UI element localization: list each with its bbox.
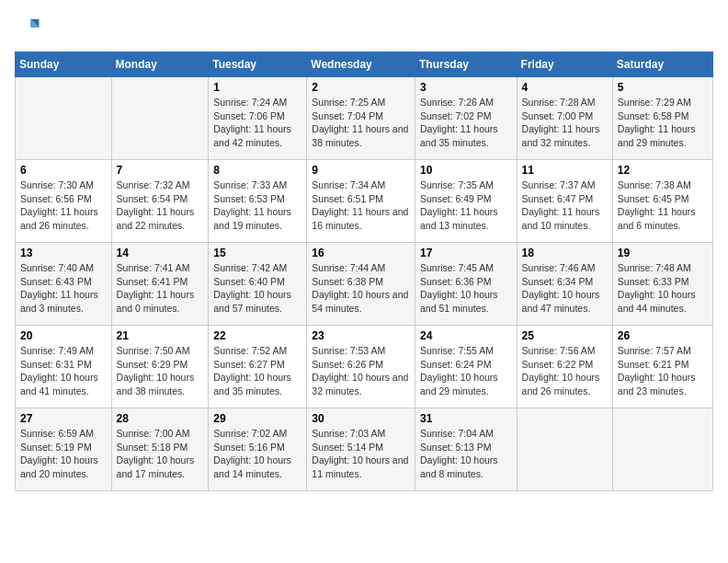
day-number: 9 bbox=[312, 164, 410, 177]
day-info: Sunrise: 7:34 AMSunset: 6:51 PMDaylight:… bbox=[312, 178, 410, 233]
day-number: 18 bbox=[522, 247, 608, 259]
day-number: 8 bbox=[213, 164, 301, 177]
calendar-cell: 11Sunrise: 7:37 AMSunset: 6:47 PMDayligh… bbox=[517, 160, 612, 243]
day-of-week-header: Friday bbox=[517, 52, 612, 77]
calendar-cell: 12Sunrise: 7:38 AMSunset: 6:45 PMDayligh… bbox=[612, 160, 712, 243]
calendar-cell bbox=[612, 408, 712, 491]
day-info: Sunrise: 7:38 AMSunset: 6:45 PMDaylight:… bbox=[618, 178, 708, 233]
day-number: 29 bbox=[213, 412, 301, 425]
calendar-cell: 17Sunrise: 7:45 AMSunset: 6:36 PMDayligh… bbox=[415, 243, 517, 326]
day-number: 6 bbox=[20, 164, 107, 177]
calendar-cell: 9Sunrise: 7:34 AMSunset: 6:51 PMDaylight… bbox=[307, 160, 415, 243]
day-number: 14 bbox=[117, 247, 204, 259]
day-info: Sunrise: 7:04 AMSunset: 5:13 PMDaylight:… bbox=[420, 427, 512, 481]
day-info: Sunrise: 7:37 AMSunset: 6:47 PMDaylight:… bbox=[522, 178, 608, 233]
day-info: Sunrise: 7:24 AMSunset: 7:06 PMDaylight:… bbox=[213, 96, 301, 150]
calendar-cell: 21Sunrise: 7:50 AMSunset: 6:29 PMDayligh… bbox=[111, 326, 209, 408]
day-info: Sunrise: 7:49 AMSunset: 6:31 PMDaylight:… bbox=[20, 344, 107, 398]
day-number: 17 bbox=[420, 247, 512, 259]
day-number: 30 bbox=[312, 412, 410, 425]
day-info: Sunrise: 7:45 AMSunset: 6:36 PMDaylight:… bbox=[420, 261, 512, 316]
day-info: Sunrise: 7:30 AMSunset: 6:56 PMDaylight:… bbox=[20, 178, 107, 233]
day-number: 22 bbox=[213, 329, 301, 342]
calendar-cell bbox=[111, 77, 209, 160]
calendar-cell: 2Sunrise: 7:25 AMSunset: 7:04 PMDaylight… bbox=[307, 77, 415, 160]
calendar-week-row: 1Sunrise: 7:24 AMSunset: 7:06 PMDaylight… bbox=[16, 77, 713, 160]
day-number: 1 bbox=[213, 81, 301, 94]
day-info: Sunrise: 7:44 AMSunset: 6:38 PMDaylight:… bbox=[312, 261, 410, 316]
day-info: Sunrise: 7:02 AMSunset: 5:16 PMDaylight:… bbox=[213, 427, 301, 481]
day-info: Sunrise: 7:42 AMSunset: 6:40 PMDaylight:… bbox=[213, 261, 301, 316]
calendar-cell: 19Sunrise: 7:48 AMSunset: 6:33 PMDayligh… bbox=[612, 243, 712, 326]
day-number: 3 bbox=[420, 81, 512, 94]
day-number: 19 bbox=[618, 247, 708, 259]
day-number: 31 bbox=[420, 412, 512, 425]
calendar-table: SundayMondayTuesdayWednesdayThursdayFrid… bbox=[15, 52, 713, 491]
day-of-week-header: Thursday bbox=[415, 52, 517, 77]
day-info: Sunrise: 7:03 AMSunset: 5:14 PMDaylight:… bbox=[312, 427, 410, 481]
day-info: Sunrise: 7:26 AMSunset: 7:02 PMDaylight:… bbox=[420, 96, 512, 150]
calendar-cell bbox=[16, 77, 112, 160]
day-number: 25 bbox=[522, 329, 608, 342]
calendar-cell: 6Sunrise: 7:30 AMSunset: 6:56 PMDaylight… bbox=[16, 160, 112, 243]
calendar-cell: 7Sunrise: 7:32 AMSunset: 6:54 PMDaylight… bbox=[111, 160, 209, 243]
day-info: Sunrise: 7:46 AMSunset: 6:34 PMDaylight:… bbox=[522, 261, 608, 316]
day-info: Sunrise: 6:59 AMSunset: 5:19 PMDaylight:… bbox=[20, 427, 107, 481]
day-info: Sunrise: 7:50 AMSunset: 6:29 PMDaylight:… bbox=[117, 344, 204, 398]
calendar-cell: 22Sunrise: 7:52 AMSunset: 6:27 PMDayligh… bbox=[209, 326, 307, 408]
day-number: 4 bbox=[522, 81, 608, 94]
day-info: Sunrise: 7:55 AMSunset: 6:24 PMDaylight:… bbox=[420, 344, 512, 398]
day-of-week-header: Sunday bbox=[16, 52, 112, 77]
day-number: 21 bbox=[117, 329, 204, 342]
calendar-cell: 23Sunrise: 7:53 AMSunset: 6:26 PMDayligh… bbox=[307, 326, 415, 408]
page-header bbox=[15, 15, 713, 40]
day-info: Sunrise: 7:25 AMSunset: 7:04 PMDaylight:… bbox=[312, 96, 410, 150]
calendar-header-row: SundayMondayTuesdayWednesdayThursdayFrid… bbox=[16, 52, 713, 77]
day-number: 11 bbox=[522, 164, 608, 177]
day-of-week-header: Tuesday bbox=[209, 52, 307, 77]
calendar-cell: 4Sunrise: 7:28 AMSunset: 7:00 PMDaylight… bbox=[517, 77, 612, 160]
calendar-cell: 31Sunrise: 7:04 AMSunset: 5:13 PMDayligh… bbox=[415, 408, 517, 491]
day-info: Sunrise: 7:53 AMSunset: 6:26 PMDaylight:… bbox=[312, 344, 410, 398]
day-info: Sunrise: 7:28 AMSunset: 7:00 PMDaylight:… bbox=[522, 96, 608, 150]
calendar-cell: 15Sunrise: 7:42 AMSunset: 6:40 PMDayligh… bbox=[209, 243, 307, 326]
calendar-week-row: 6Sunrise: 7:30 AMSunset: 6:56 PMDaylight… bbox=[16, 160, 713, 243]
calendar-cell: 3Sunrise: 7:26 AMSunset: 7:02 PMDaylight… bbox=[415, 77, 517, 160]
day-number: 10 bbox=[420, 164, 512, 177]
day-number: 28 bbox=[117, 412, 204, 425]
calendar-cell: 30Sunrise: 7:03 AMSunset: 5:14 PMDayligh… bbox=[307, 408, 415, 491]
day-info: Sunrise: 7:57 AMSunset: 6:21 PMDaylight:… bbox=[618, 344, 708, 398]
calendar-cell: 10Sunrise: 7:35 AMSunset: 6:49 PMDayligh… bbox=[415, 160, 517, 243]
calendar-cell: 18Sunrise: 7:46 AMSunset: 6:34 PMDayligh… bbox=[517, 243, 612, 326]
calendar-week-row: 27Sunrise: 6:59 AMSunset: 5:19 PMDayligh… bbox=[16, 408, 713, 491]
day-info: Sunrise: 7:48 AMSunset: 6:33 PMDaylight:… bbox=[618, 261, 708, 316]
calendar-week-row: 13Sunrise: 7:40 AMSunset: 6:43 PMDayligh… bbox=[16, 243, 713, 326]
day-number: 20 bbox=[20, 329, 107, 342]
day-info: Sunrise: 7:56 AMSunset: 6:22 PMDaylight:… bbox=[522, 344, 608, 398]
day-of-week-header: Monday bbox=[111, 52, 209, 77]
logo-icon bbox=[15, 15, 40, 40]
day-number: 16 bbox=[312, 247, 410, 259]
day-number: 12 bbox=[618, 164, 708, 177]
day-number: 23 bbox=[312, 329, 410, 342]
calendar-cell: 8Sunrise: 7:33 AMSunset: 6:53 PMDaylight… bbox=[209, 160, 307, 243]
day-number: 5 bbox=[618, 81, 708, 94]
day-info: Sunrise: 7:40 AMSunset: 6:43 PMDaylight:… bbox=[20, 261, 107, 316]
day-info: Sunrise: 7:41 AMSunset: 6:41 PMDaylight:… bbox=[117, 261, 204, 316]
calendar-cell: 26Sunrise: 7:57 AMSunset: 6:21 PMDayligh… bbox=[612, 326, 712, 408]
day-number: 27 bbox=[20, 412, 107, 425]
day-info: Sunrise: 7:32 AMSunset: 6:54 PMDaylight:… bbox=[117, 178, 204, 233]
day-info: Sunrise: 7:29 AMSunset: 6:58 PMDaylight:… bbox=[618, 96, 708, 150]
calendar-cell: 24Sunrise: 7:55 AMSunset: 6:24 PMDayligh… bbox=[415, 326, 517, 408]
calendar-cell: 28Sunrise: 7:00 AMSunset: 5:18 PMDayligh… bbox=[111, 408, 209, 491]
day-of-week-header: Saturday bbox=[612, 52, 712, 77]
calendar-cell: 27Sunrise: 6:59 AMSunset: 5:19 PMDayligh… bbox=[16, 408, 112, 491]
day-info: Sunrise: 7:00 AMSunset: 5:18 PMDaylight:… bbox=[117, 427, 204, 481]
day-of-week-header: Wednesday bbox=[307, 52, 415, 77]
calendar-cell: 29Sunrise: 7:02 AMSunset: 5:16 PMDayligh… bbox=[209, 408, 307, 491]
logo bbox=[15, 15, 44, 40]
day-number: 15 bbox=[213, 247, 301, 259]
day-info: Sunrise: 7:52 AMSunset: 6:27 PMDaylight:… bbox=[213, 344, 301, 398]
calendar-cell: 16Sunrise: 7:44 AMSunset: 6:38 PMDayligh… bbox=[307, 243, 415, 326]
calendar-cell bbox=[517, 408, 612, 491]
